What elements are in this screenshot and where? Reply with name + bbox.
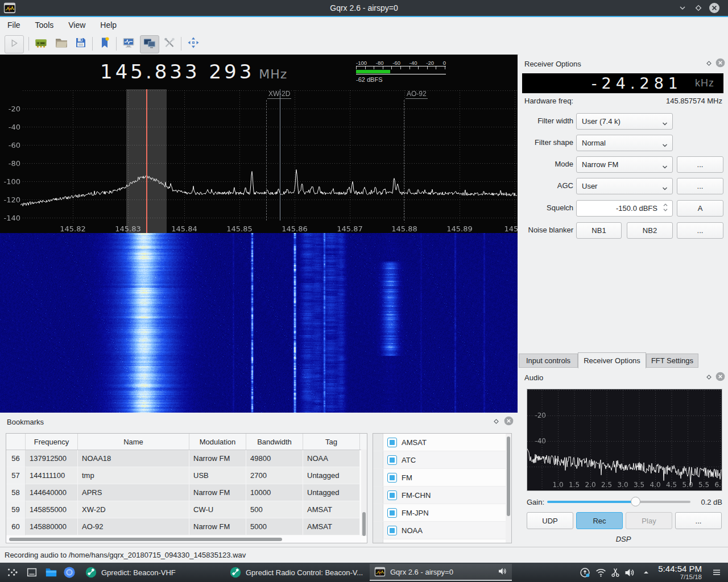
col-header-bandwidth[interactable]: Bandwidth [246,434,303,450]
tag-checkbox[interactable] [387,473,397,483]
rec-button[interactable]: Rec [576,512,623,529]
close-panel-icon[interactable] [504,416,514,426]
dsp-window-button[interactable] [119,35,138,52]
list-item[interactable]: FM-JPN [373,504,511,522]
show-desktop-icon[interactable] [25,566,39,579]
list-item[interactable]: ATC [373,451,511,469]
tab-fft-settings[interactable]: FFT Settings [646,354,698,368]
table-horizontal-scrollbar[interactable] [6,536,361,543]
list-item[interactable] [373,539,511,543]
menu-view[interactable]: View [61,17,93,33]
save-button[interactable] [72,35,90,52]
table-row[interactable]: 60 145880000 AO-92 Narrow FM 5000 AMSAT [6,518,367,535]
nb-options-button[interactable]: ... [677,222,723,239]
wifi-icon[interactable] [594,566,607,579]
bookmark-tag-ao92[interactable]: AO-92 [406,90,428,99]
tag-checkbox[interactable] [387,490,397,500]
filter-width-select[interactable]: User (7.4 k) [576,113,673,130]
agc-options-button[interactable]: ... [677,178,723,194]
table-row[interactable]: 58 144640000 APRS Narrow FM 10000 Untagg… [6,484,367,501]
play-button[interactable]: Play [626,512,672,529]
offset-digits[interactable]: -24.281 [592,74,682,92]
tag-checkbox[interactable] [387,526,397,535]
col-header-tag[interactable]: Tag [303,434,360,450]
open-file-button[interactable] [52,35,71,52]
nb1-button[interactable]: NB1 [576,222,622,239]
nb2-button[interactable]: NB2 [627,222,673,239]
tag-checkbox[interactable] [387,508,397,518]
mode-select[interactable]: Narrow FM [576,156,673,173]
float-panel-icon[interactable] [704,59,714,68]
app-launcher-icon[interactable] [6,566,19,579]
offset-frequency-display[interactable]: -24.281 kHz [522,73,723,93]
task-gpredict[interactable]: Gpredict: Beacon-VHF [81,564,223,581]
table-row[interactable]: 59 145855000 XW-2D CW-U 500 AMSAT [6,501,367,518]
col-header-name[interactable]: Name [78,434,189,450]
list-item[interactable]: AMSAT [373,434,511,451]
table-row[interactable]: 57 144111100 tmp USB 2700 Untagged [6,467,367,484]
float-panel-icon[interactable] [491,417,501,426]
agc-select[interactable]: User [576,178,673,194]
frequency-digits[interactable]: 145.833 293 [100,60,254,83]
tag-list-scrollbar[interactable] [506,434,511,543]
udp-button[interactable]: UDP [527,512,573,529]
scrollbar-thumb[interactable] [507,436,510,516]
configure-io-button[interactable] [32,35,50,52]
spectrum-plot-canvas[interactable] [0,88,518,233]
updates-tray-icon[interactable] [578,566,592,579]
tag-checkbox[interactable] [387,455,397,465]
task-audio-playing-icon[interactable] [497,566,507,578]
close-panel-icon[interactable] [715,372,725,381]
menu-tools[interactable]: Tools [28,17,61,33]
volume-tray-icon[interactable] [622,566,636,579]
float-panel-icon[interactable] [704,372,714,382]
tag-checkbox[interactable] [387,543,397,544]
col-header-modulation[interactable]: Modulation [189,434,246,450]
cell-modulation: USB [189,467,246,484]
list-item[interactable]: FM-CHN [373,487,511,504]
file-manager-icon[interactable] [44,566,58,579]
squelch-spinbox[interactable]: -150.0 dBFS [576,200,673,217]
mode-options-button[interactable]: ... [677,156,723,173]
spinner-arrows-icon[interactable] [663,203,668,212]
close-panel-icon[interactable] [715,58,725,68]
clock[interactable]: 5:44:54 PM 7/15/18 [658,564,702,581]
tab-input-controls[interactable]: Input controls [519,354,578,368]
bookmarks-toggle-button[interactable] [96,35,114,52]
start-dsp-button[interactable] [5,35,24,53]
remote-control-button[interactable] [140,35,159,53]
scrollbar-thumb[interactable] [9,538,282,541]
list-item[interactable]: NOAA [373,522,511,539]
tray-expand-icon[interactable] [639,566,653,579]
menu-help[interactable]: Help [93,17,124,33]
scrollbar-thumb[interactable] [362,512,366,536]
gain-slider[interactable] [547,497,690,507]
task-gpredict-radio-control[interactable]: Gpredict Radio Control: Beacon-V... [225,564,367,581]
menu-file[interactable]: File [0,17,28,33]
cell-tag: NOAA [303,450,360,467]
fullscreen-button[interactable] [184,35,202,52]
slider-handle[interactable] [631,497,640,506]
tuning-line[interactable] [146,89,147,233]
maximize-button[interactable] [693,2,704,14]
table-vertical-scrollbar[interactable] [361,450,367,536]
table-row[interactable]: 56 137912500 NOAA18 Narrow FM 49800 NOAA [6,450,367,467]
frequency-display[interactable]: 145.833 293MHz [100,60,287,83]
browser-icon[interactable] [63,566,76,579]
task-gqrx[interactable]: Gqrx 2.6 - airspy=0 [370,564,512,581]
panel-menu-icon[interactable] [710,566,723,579]
tag-checkbox[interactable] [387,438,397,447]
waterfall-canvas[interactable] [0,233,518,413]
close-button[interactable] [709,2,720,14]
clipboard-scissors-icon[interactable] [609,566,622,579]
list-item[interactable]: FM [373,469,511,487]
minimize-button[interactable] [677,2,688,14]
bookmark-tag-xw2d[interactable]: XW-2D [267,90,291,99]
squelch-auto-button[interactable]: A [677,200,723,217]
audio-options-button[interactable]: ... [675,512,722,529]
tools-button[interactable] [160,35,179,52]
filter-shape-select[interactable]: Normal [576,135,673,151]
move-arrows-icon [187,36,200,52]
tab-receiver-options[interactable]: Receiver Options [578,352,646,368]
col-header-frequency[interactable]: Frequency [26,434,78,450]
